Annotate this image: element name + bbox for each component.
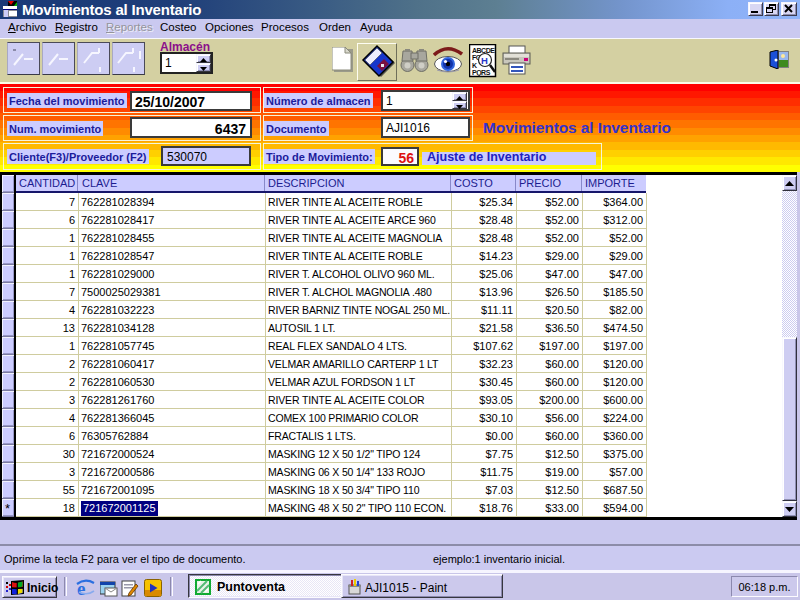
svg-text:ABCDE: ABCDE: [472, 47, 495, 54]
svg-text:PQRS: PQRS: [472, 69, 491, 77]
svg-text:H: H: [481, 55, 488, 66]
svg-text:K: K: [472, 62, 477, 69]
